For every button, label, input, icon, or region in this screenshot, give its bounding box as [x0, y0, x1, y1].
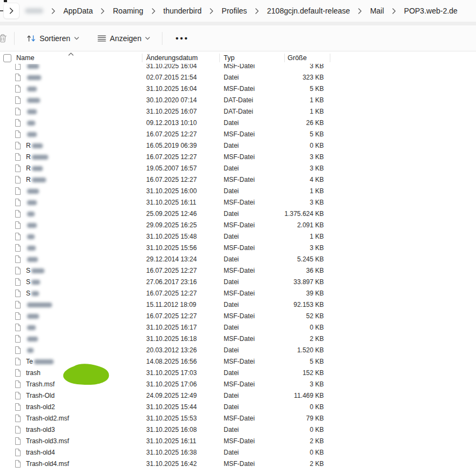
file-row[interactable]: 20.03.2012 13:26Datei1.520 KB	[0, 345, 476, 356]
column-divider[interactable]	[284, 54, 285, 62]
document-icon	[15, 369, 21, 377]
file-icon	[15, 175, 21, 186]
file-row[interactable]: R16.05.2019 06:39Datei0 KB	[0, 140, 476, 152]
file-size: 152 KB	[233, 367, 324, 379]
breadcrumb-item-thunderbird[interactable]: thunderbird	[158, 0, 207, 22]
file-icon	[15, 141, 21, 152]
file-row[interactable]: 29.09.2025 16:25MSF-Datei2.091 KB	[0, 220, 476, 231]
file-name	[26, 208, 35, 220]
file-name: Trash.msf	[26, 379, 55, 390]
redacted-name-blur	[27, 87, 37, 91]
column-header-size[interactable]: Größe	[288, 54, 307, 62]
file-size: 3 KB	[233, 152, 324, 163]
file-row[interactable]: Trash-old2.msf31.10.2025 15:53MSF-Datei7…	[0, 413, 476, 424]
file-size: 1 KB	[233, 106, 324, 117]
document-icon	[15, 403, 21, 411]
file-row[interactable]: 16.07.2025 12:27MSF-Datei5 KB	[0, 129, 476, 140]
breadcrumb-item-profiles[interactable]: Profiles	[216, 0, 252, 22]
file-row[interactable]: 31.10.2025 16:07DAT-Datei1 KB	[0, 106, 476, 117]
file-row[interactable]: S16.07.2025 12:27MSF-Datei39 KB	[0, 288, 476, 299]
file-row[interactable]: Trash-old3.msf31.10.2025 16:11MSF-Datei2…	[0, 436, 476, 447]
file-row[interactable]: 31.10.2025 16:17Datei0 KB	[0, 322, 476, 333]
file-row[interactable]: trash-old231.10.2025 15:44Datei0 KB	[0, 402, 476, 413]
document-icon	[15, 175, 21, 184]
file-row[interactable]: S27.06.2017 23:16Datei33.897 KB	[0, 277, 476, 288]
breadcrumb-separator-icon	[51, 8, 55, 14]
breadcrumb-nav-chevron-button[interactable]	[3, 3, 19, 19]
file-row[interactable]: 15.11.2012 18:09Datei92.153 KB	[0, 299, 476, 311]
toolbar-divider	[162, 32, 162, 45]
file-icon	[15, 164, 21, 174]
breadcrumb-separator-icon	[358, 8, 362, 14]
file-row[interactable]: 30.10.2020 07:14DAT-Datei1 KB	[0, 95, 476, 106]
file-icon	[15, 153, 21, 163]
file-row[interactable]: 31.10.2025 16:18MSF-Datei2 KB	[0, 333, 476, 345]
document-icon	[15, 380, 21, 389]
file-row[interactable]: R16.07.2025 12:27MSF-Datei3 KB	[0, 152, 476, 163]
file-row[interactable]: S16.07.2025 12:27MSF-Datei36 KB	[0, 265, 476, 277]
file-name	[26, 197, 37, 208]
document-icon	[15, 209, 21, 218]
file-icon	[15, 198, 21, 208]
file-modified-date: 31.10.2025 16:17	[146, 322, 197, 333]
file-icon	[15, 334, 21, 345]
file-icon	[15, 323, 21, 333]
document-icon	[15, 244, 21, 252]
file-row[interactable]: 02.07.2015 21:54Datei323 KB	[0, 72, 476, 83]
file-size: 1.520 KB	[233, 345, 324, 356]
file-row[interactable]: 31.10.2025 15:48Datei1 KB	[0, 231, 476, 242]
file-row[interactable]: Trash-Old24.09.2025 12:49Datei11.469 KB	[0, 390, 476, 402]
document-icon	[15, 255, 21, 264]
select-all-checkbox[interactable]	[3, 54, 11, 62]
column-divider[interactable]	[142, 54, 142, 62]
sort-button[interactable]: Sortieren	[21, 30, 84, 47]
more-options-button[interactable]: •••	[169, 34, 195, 43]
column-divider[interactable]	[219, 54, 220, 62]
file-row[interactable]: 16.07.2025 12:27MSF-Datei52 KB	[0, 311, 476, 322]
breadcrumb-item-roaming[interactable]: Roaming	[107, 0, 148, 22]
column-header-name[interactable]: Name	[16, 54, 34, 62]
file-row[interactable]: 31.10.2025 16:04MSF-Datei5 KB	[0, 83, 476, 95]
file-row[interactable]: 31.10.2025 16:11MSF-Datei3 KB	[0, 197, 476, 208]
file-name: Trash-old4.msf	[26, 458, 69, 470]
breadcrumb-item-pop3-web-2-de[interactable]: POP3.web-2.de	[399, 0, 463, 22]
column-header-date[interactable]: Änderungsdatum	[146, 54, 198, 62]
file-size: 1.375.624 KB	[233, 208, 324, 220]
file-row[interactable]: trash-old331.10.2025 16:08Datei0 KB	[0, 424, 476, 436]
file-size: 92.153 KB	[233, 299, 324, 311]
redacted-name-blur	[27, 314, 39, 319]
chevron-right-icon	[210, 8, 213, 14]
delete-button[interactable]	[0, 34, 8, 43]
file-row[interactable]: 25.09.2025 12:46Datei1.375.624 KB	[0, 208, 476, 220]
column-divider[interactable]	[330, 54, 330, 62]
file-modified-date: 24.09.2025 12:49	[146, 390, 197, 402]
file-icon	[15, 437, 21, 447]
file-row[interactable]: R16.07.2025 12:27MSF-Datei4 KB	[0, 174, 476, 186]
file-name: trash-old3	[26, 424, 55, 436]
breadcrumb-item-redacted[interactable]	[25, 8, 43, 14]
file-row[interactable]: 31.10.2025 16:00Datei1 KB	[0, 186, 476, 197]
column-header-type[interactable]: Typ	[224, 54, 234, 62]
file-row[interactable]: Trash-old4.msf31.10.2025 16:42MSF-Datei2…	[0, 458, 476, 470]
file-name: Trash-Old	[26, 390, 55, 402]
file-row[interactable]: R19.05.2007 16:57Datei3 KB	[0, 163, 476, 174]
file-modified-date: 16.07.2025 12:27	[146, 152, 197, 163]
view-lines-icon	[97, 35, 106, 42]
file-row[interactable]: 09.12.2013 10:10Datei26 KB	[0, 117, 476, 129]
breadcrumb-item-mail[interactable]: Mail	[364, 0, 389, 22]
breadcrumb-item-appdata[interactable]: AppData	[58, 0, 98, 22]
breadcrumb-item-2108gcjn-default-release[interactable]: 2108gcjn.default-release	[262, 0, 355, 22]
file-icon	[15, 266, 21, 277]
file-row[interactable]: 31.10.2025 15:56MSF-Datei3 KB	[0, 242, 476, 254]
view-button[interactable]: Anzeigen	[92, 30, 155, 47]
file-modified-date: 31.10.2025 16:11	[146, 197, 197, 208]
file-modified-date: 31.10.2025 16:38	[146, 447, 197, 458]
file-row[interactable]: 29.12.2014 13:24Datei5.245 KB	[0, 254, 476, 265]
file-row[interactable]: trash-old431.10.2025 16:38Datei0 KB	[0, 447, 476, 458]
file-size: 1 KB	[233, 95, 324, 106]
file-icon	[15, 96, 21, 106]
document-icon	[15, 153, 21, 161]
file-icon	[15, 244, 21, 254]
breadcrumb-separator-icon	[101, 8, 105, 14]
document-icon	[15, 164, 21, 173]
